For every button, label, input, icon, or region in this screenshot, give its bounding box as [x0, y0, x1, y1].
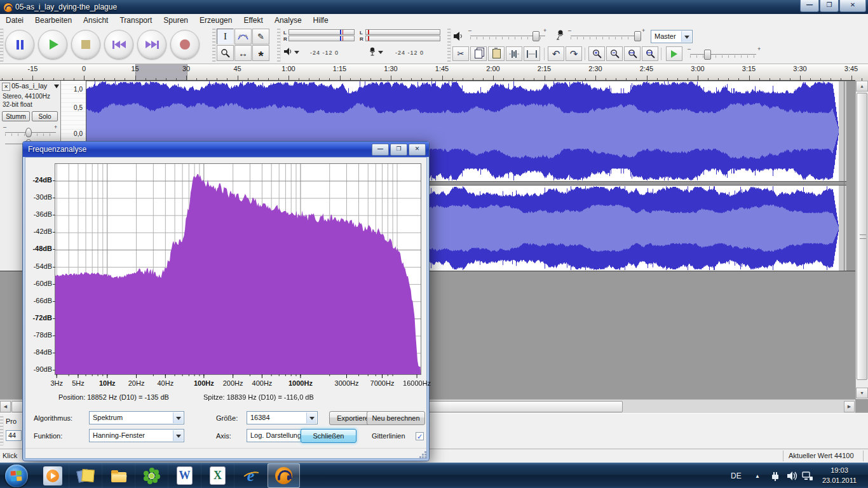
taskbar-item-excel[interactable]: X [201, 463, 234, 488]
fit-project-button[interactable] [642, 46, 658, 61]
menu-item-spuren[interactable]: Spuren [158, 14, 194, 27]
minimize-icon[interactable]: — [800, 0, 819, 12]
size-select[interactable]: 16384 [247, 411, 318, 424]
gridlines-checkbox[interactable]: ✓ [416, 432, 424, 440]
taskbar-item-windows-explorer[interactable] [102, 463, 135, 488]
menu-item-datei[interactable]: Datei [0, 14, 29, 27]
scroll-right-icon[interactable]: ▶ [844, 401, 855, 412]
menu-item-erzeugen[interactable]: Erzeugen [194, 14, 238, 27]
multi-tool-button[interactable]: * [252, 45, 269, 61]
skip-end-button[interactable] [137, 30, 166, 59]
restore-icon[interactable]: ❐ [820, 0, 839, 12]
gain-thumb[interactable] [25, 128, 32, 137]
silence-button[interactable] [524, 46, 540, 61]
toolbar-grabber[interactable] [0, 416, 4, 445]
dialog-minimize-icon[interactable]: — [372, 144, 389, 156]
redo-button[interactable]: ↷ [566, 46, 582, 61]
windows-media-player-icon [43, 466, 62, 485]
undo-button[interactable]: ↶ [548, 46, 564, 61]
zoom-out-button[interactable] [606, 46, 623, 61]
timeline-ruler[interactable]: -1501530451:001:151:301:452:002:152:302:… [0, 64, 868, 81]
mute-button[interactable]: Stumm [2, 111, 30, 121]
dialog-title: Frequenzanalyse [23, 142, 429, 157]
play-button[interactable] [38, 30, 67, 59]
dialog-maximize-icon[interactable]: ❐ [390, 144, 407, 156]
db-axis-label: -78dB [27, 331, 52, 339]
zoom-in-button[interactable] [588, 46, 605, 61]
skip-start-button[interactable] [104, 30, 133, 59]
close-dialog-button[interactable]: Schließen [301, 429, 356, 443]
start-button[interactable] [5, 464, 28, 487]
dialog-close-icon[interactable]: ✕ [409, 144, 426, 156]
tray-plug-icon[interactable] [770, 471, 780, 481]
timeline-label: 1:45 [435, 65, 449, 72]
cut-button[interactable]: ✂ [452, 46, 469, 61]
track-name-menu[interactable]: 05-as_i_lay [11, 82, 59, 91]
chevron-down-icon[interactable] [294, 51, 299, 57]
menu-item-analyse[interactable]: Analyse [269, 14, 308, 27]
recalculate-button[interactable]: Neu berechnen [367, 411, 425, 425]
menu-item-ansicht[interactable]: Ansicht [78, 14, 114, 27]
scroll-left-icon[interactable]: ◀ [0, 401, 11, 412]
record-button[interactable] [170, 30, 200, 59]
scroll-down-icon[interactable]: ▼ [856, 388, 868, 398]
taskbar-item-sticky-notes[interactable] [69, 463, 102, 488]
function-select[interactable]: Hanning-Fenster [89, 429, 184, 442]
play-speed-thumb[interactable] [704, 50, 711, 60]
tray-clock[interactable]: 19:03 23.01.2011 [815, 465, 864, 485]
toolbar-grabber[interactable] [447, 29, 451, 62]
play-at-speed-button[interactable] [666, 46, 682, 61]
timeline-selection[interactable] [135, 64, 188, 81]
vertical-scrollbar[interactable]: ▲ ▼ [855, 81, 868, 399]
double-arrow-icon: ↔ [238, 48, 248, 58]
taskbar-item-icq[interactable] [135, 463, 168, 488]
fit-selection-button[interactable] [624, 46, 641, 61]
toolbar-grabber[interactable] [212, 29, 216, 62]
zoom-in-icon [592, 49, 602, 58]
close-icon[interactable]: ✕ [839, 0, 866, 12]
taskbar-item-internet-explorer[interactable]: e [234, 463, 268, 488]
pause-button[interactable] [5, 30, 34, 59]
input-volume-thumb[interactable] [634, 31, 641, 41]
toolbar-grabber[interactable] [0, 29, 4, 62]
dialog-titlebar[interactable]: Frequenzanalyse — ❐ ✕ [23, 142, 429, 157]
axis-label: Axis: [216, 429, 231, 443]
tray-network-icon[interactable] [802, 471, 813, 481]
menu-item-transport[interactable]: Transport [114, 14, 158, 27]
taskbar-item-audacity[interactable] [268, 463, 300, 488]
scroll-up-icon[interactable]: ▲ [856, 81, 868, 92]
copy-button[interactable] [470, 46, 487, 61]
paste-button[interactable] [488, 46, 505, 61]
taskbar-item-word[interactable]: W [168, 463, 201, 488]
resize-grip[interactable] [422, 454, 424, 456]
draw-tool-button[interactable]: ✎ [252, 29, 269, 44]
vruler-label: 0,5 [74, 104, 83, 111]
vertical-scroll-thumb[interactable] [857, 93, 867, 380]
menu-item-effekt[interactable]: Effekt [238, 14, 268, 27]
algorithm-select[interactable]: Spektrum [89, 411, 184, 424]
taskbar: W X e DE ▲ 19:03 23.01.2011 [0, 463, 868, 488]
menu-item-bearbeiten[interactable]: Bearbeiten [29, 14, 78, 27]
stop-button[interactable] [71, 30, 100, 59]
track-close-icon[interactable]: ✕ [2, 83, 10, 91]
input-volume-slider[interactable] [571, 36, 641, 36]
timeshift-tool-button[interactable]: ↔ [234, 45, 252, 61]
taskbar-item-windows-media-player[interactable] [36, 463, 69, 488]
chevron-down-icon[interactable] [378, 51, 383, 57]
project-rate-select[interactable]: 44 [6, 430, 22, 441]
trim-button[interactable] [506, 46, 522, 61]
input-source-select[interactable]: Master [651, 30, 693, 43]
tray-show-hidden-icon[interactable]: ▲ [755, 463, 760, 488]
toolbar-grabber[interactable] [277, 29, 281, 62]
play-speed-slider[interactable] [690, 54, 756, 55]
menu-item-hilfe[interactable]: Hilfe [308, 14, 334, 27]
output-volume-thumb[interactable] [532, 31, 539, 41]
zoom-tool-button[interactable] [217, 45, 234, 61]
tray-language[interactable]: DE [731, 463, 742, 488]
selection-tool-button[interactable]: I [217, 29, 234, 44]
solo-button[interactable]: Solo [32, 111, 58, 121]
tray-volume-icon[interactable] [787, 471, 797, 481]
envelope-tool-button[interactable] [234, 29, 252, 44]
db-axis-label: -84dB [27, 348, 52, 356]
speaker-icon [454, 32, 463, 41]
